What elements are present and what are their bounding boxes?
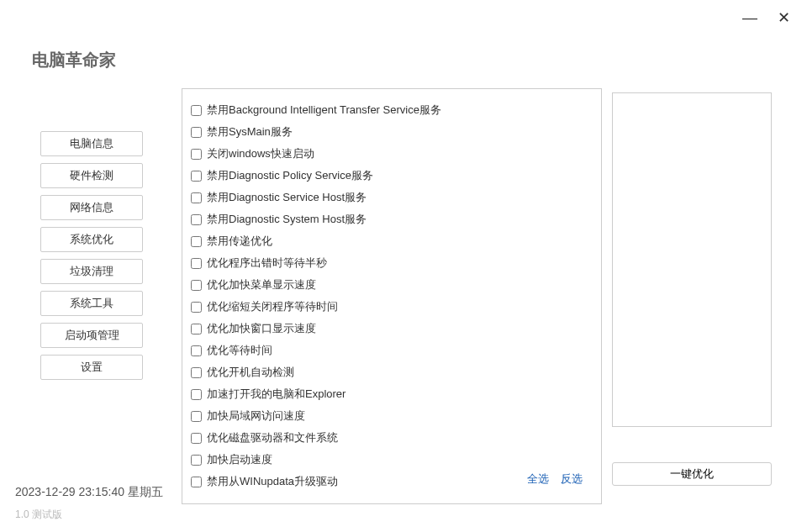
optimize-item-label[interactable]: 优化等待时间 bbox=[207, 343, 272, 358]
optimize-item-label[interactable]: 禁用Background Intelligent Transfer Servic… bbox=[207, 103, 441, 118]
optimize-item-label[interactable]: 加快局域网访问速度 bbox=[207, 408, 305, 424]
optimize-item: 禁用Diagnostic Policy Service服务 bbox=[191, 165, 593, 187]
optimize-item: 优化程序出错时等待半秒 bbox=[191, 252, 593, 274]
sidebar-item-sys-tools[interactable]: 系统工具 bbox=[40, 291, 143, 316]
optimize-checkbox[interactable] bbox=[191, 389, 202, 400]
optimize-checkbox[interactable] bbox=[191, 280, 202, 291]
optimize-item-label[interactable]: 禁用Diagnostic Service Host服务 bbox=[207, 190, 367, 205]
optimize-item: 关闭windows快速启动 bbox=[191, 143, 593, 165]
side-output-panel bbox=[612, 92, 772, 427]
optimize-item-label[interactable]: 禁用Diagnostic System Host服务 bbox=[207, 212, 367, 227]
optimize-item: 优化缩短关闭程序等待时间 bbox=[191, 296, 593, 318]
optimize-item: 禁用Diagnostic System Host服务 bbox=[191, 208, 593, 230]
optimize-checkbox[interactable] bbox=[191, 192, 202, 203]
optimize-button[interactable]: 一键优化 bbox=[612, 462, 772, 486]
optimize-checkbox[interactable] bbox=[191, 433, 202, 444]
version-label: 1.0 测试版 bbox=[15, 508, 62, 522]
optimize-item: 优化加快菜单显示速度 bbox=[191, 274, 593, 296]
optimize-item: 禁用Diagnostic Service Host服务 bbox=[191, 187, 593, 208]
select-all-link[interactable]: 全选 bbox=[527, 471, 549, 487]
optimize-item-label[interactable]: 优化加快菜单显示速度 bbox=[207, 277, 316, 292]
optimize-item: 加速打开我的电脑和Explorer bbox=[191, 383, 593, 405]
optimize-checkbox[interactable] bbox=[191, 411, 202, 422]
sidebar-item-pc-info[interactable]: 电脑信息 bbox=[40, 131, 143, 156]
optimize-item: 优化等待时间 bbox=[191, 340, 593, 361]
optimize-item-label[interactable]: 禁用Diagnostic Policy Service服务 bbox=[207, 168, 373, 183]
select-links: 全选 反选 bbox=[527, 471, 583, 487]
sidebar-item-sys-opt[interactable]: 系统优化 bbox=[40, 227, 143, 252]
optimize-checkbox[interactable] bbox=[191, 236, 202, 247]
optimize-item-label[interactable]: 禁用从WINupdata升级驱动 bbox=[207, 474, 338, 489]
sidebar-item-hw-check[interactable]: 硬件检测 bbox=[40, 163, 143, 188]
window-controls: — ✕ bbox=[741, 10, 792, 25]
optimize-item-label[interactable]: 禁用传递优化 bbox=[207, 234, 272, 249]
optimize-item-label[interactable]: 加快启动速度 bbox=[207, 452, 272, 467]
optimize-checkbox[interactable] bbox=[191, 258, 202, 269]
optimize-checkbox[interactable] bbox=[191, 127, 202, 138]
sidebar-item-settings[interactable]: 设置 bbox=[40, 355, 143, 380]
optimize-checkbox[interactable] bbox=[191, 345, 202, 356]
optimize-item: 禁用传递优化 bbox=[191, 230, 593, 252]
optimize-item-label[interactable]: 优化缩短关闭程序等待时间 bbox=[207, 299, 338, 314]
optimize-checkbox[interactable] bbox=[191, 455, 202, 466]
optimize-item-label[interactable]: 禁用SysMain服务 bbox=[207, 124, 293, 140]
optimize-item-label[interactable]: 优化磁盘驱动器和文件系统 bbox=[207, 430, 338, 445]
optimize-checkbox[interactable] bbox=[191, 302, 202, 313]
minimize-button[interactable]: — bbox=[741, 10, 758, 25]
optimize-item-label[interactable]: 优化程序出错时等待半秒 bbox=[207, 255, 327, 271]
optimize-checkbox[interactable] bbox=[191, 214, 202, 225]
optimize-item-label[interactable]: 加速打开我的电脑和Explorer bbox=[207, 387, 345, 402]
close-button[interactable]: ✕ bbox=[775, 10, 792, 25]
optimize-item-label[interactable]: 优化加快窗口显示速度 bbox=[207, 321, 316, 336]
optimize-item-label[interactable]: 优化开机自动检测 bbox=[207, 365, 294, 380]
optimize-checkbox[interactable] bbox=[191, 149, 202, 160]
datetime-label: 2023-12-29 23:15:40 星期五 bbox=[15, 485, 163, 500]
optimize-checkbox[interactable] bbox=[191, 171, 202, 182]
optimize-item: 优化开机自动检测 bbox=[191, 361, 593, 383]
optimize-checkbox[interactable] bbox=[191, 477, 202, 487]
optimize-panel: 禁用Background Intelligent Transfer Servic… bbox=[182, 88, 602, 504]
sidebar: 电脑信息硬件检测网络信息系统优化垃圾清理系统工具启动项管理设置 bbox=[40, 131, 143, 380]
optimize-item-label[interactable]: 关闭windows快速启动 bbox=[207, 146, 314, 161]
sidebar-item-startup[interactable]: 启动项管理 bbox=[40, 323, 143, 348]
optimize-item: 禁用SysMain服务 bbox=[191, 121, 593, 143]
optimize-list: 禁用Background Intelligent Transfer Servic… bbox=[191, 99, 593, 492]
optimize-checkbox[interactable] bbox=[191, 367, 202, 378]
optimize-item: 优化磁盘驱动器和文件系统 bbox=[191, 427, 593, 449]
optimize-checkbox[interactable] bbox=[191, 324, 202, 334]
sidebar-item-net-info[interactable]: 网络信息 bbox=[40, 195, 143, 220]
sidebar-item-junk-clean[interactable]: 垃圾清理 bbox=[40, 259, 143, 284]
optimize-checkbox[interactable] bbox=[191, 105, 202, 116]
app-title: 电脑革命家 bbox=[32, 49, 116, 71]
optimize-item: 加快启动速度 bbox=[191, 449, 593, 471]
optimize-item: 优化加快窗口显示速度 bbox=[191, 318, 593, 340]
optimize-item: 禁用Background Intelligent Transfer Servic… bbox=[191, 99, 593, 121]
invert-select-link[interactable]: 反选 bbox=[561, 471, 583, 487]
optimize-item: 加快局域网访问速度 bbox=[191, 405, 593, 427]
